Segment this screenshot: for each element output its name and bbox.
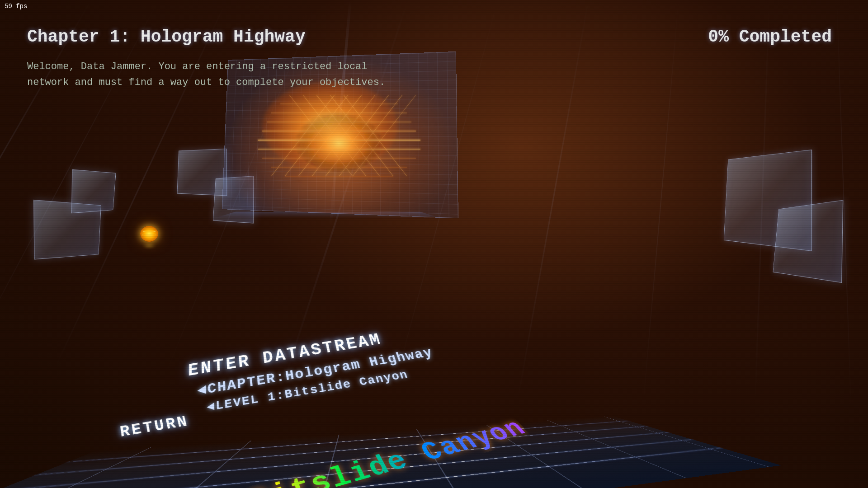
fps-counter: 59 fps [5, 3, 27, 10]
player-orb-visual [140, 226, 158, 242]
description-line-2: network and must find a way out to compl… [27, 75, 385, 90]
player-character [140, 226, 163, 244]
chapter-description: Welcome, Data Jammer. You are entering a… [27, 59, 385, 90]
cube-right-2 [769, 203, 841, 276]
energy-mesh [244, 77, 434, 203]
orb-glow [142, 244, 156, 248]
menu-container: ENTER DATASTREAM ◄CHAPTER:Hologram Highw… [190, 341, 429, 398]
chapter-title: Chapter 1: Hologram Highway [27, 27, 306, 47]
svg-point-21 [294, 108, 384, 172]
completion-percentage: 0% Completed [708, 27, 832, 47]
description-line-1: Welcome, Data Jammer. You are entering a… [27, 59, 385, 75]
cube-left-2 [72, 172, 118, 212]
